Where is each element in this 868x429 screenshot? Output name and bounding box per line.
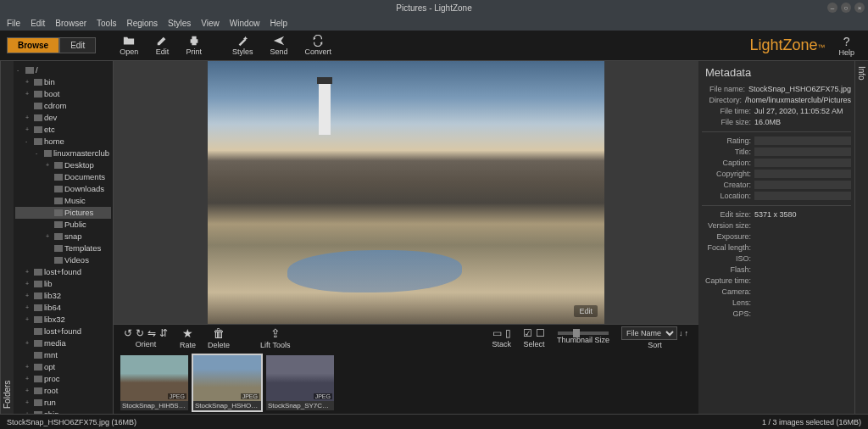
tree-item-Downloads[interactable]: Downloads xyxy=(15,183,111,195)
unstack-icon[interactable]: ▯ xyxy=(505,327,511,339)
tree-item-Music[interactable]: Music xyxy=(15,195,111,207)
tree-item-Pictures[interactable]: Pictures xyxy=(15,207,111,219)
expand-icon[interactable]: + xyxy=(25,373,32,385)
expand-icon[interactable]: + xyxy=(25,278,32,290)
close-button[interactable]: × xyxy=(854,3,865,13)
tree-item-lib[interactable]: +lib xyxy=(15,278,111,290)
menu-help[interactable]: Help xyxy=(270,19,287,28)
expand-icon[interactable]: + xyxy=(25,76,32,88)
tree-item-lib64[interactable]: +lib64 xyxy=(15,302,111,314)
flip-v-icon[interactable]: ⇵ xyxy=(159,327,168,339)
expand-icon[interactable]: + xyxy=(25,361,32,373)
title-input[interactable] xyxy=(754,148,851,156)
tree-item-linuxmasterclub[interactable]: -linuxmasterclub xyxy=(15,148,111,159)
minimize-button[interactable]: – xyxy=(827,3,837,13)
select-all-icon[interactable]: ☑ xyxy=(523,327,532,339)
tree-item-media[interactable]: +media xyxy=(15,337,111,349)
tree-item-lost-found[interactable]: +lost+found xyxy=(15,266,111,278)
tree-item-Documents[interactable]: Documents xyxy=(15,171,111,183)
tree-item-boot[interactable]: +boot xyxy=(15,88,111,100)
expand-icon[interactable]: + xyxy=(25,397,32,409)
select-none-icon[interactable]: ☐ xyxy=(536,327,545,339)
menu-styles[interactable]: Styles xyxy=(168,19,191,28)
menu-regions[interactable]: Regions xyxy=(126,19,158,28)
tree-item-home[interactable]: -home xyxy=(15,136,111,148)
rating-input[interactable] xyxy=(754,136,851,145)
stack-icon[interactable]: ▭ xyxy=(492,327,502,339)
trash-icon[interactable]: 🗑 xyxy=(213,326,225,340)
tree-item-dev[interactable]: +dev xyxy=(15,112,111,124)
tree-item-snap[interactable]: +snap xyxy=(15,231,111,242)
menu-window[interactable]: Window xyxy=(230,19,260,28)
thumbnail-0[interactable]: JPEGStockSnap_HIH5SPV3 xyxy=(120,355,188,410)
tree-item-lib32[interactable]: +lib32 xyxy=(15,290,111,302)
expand-icon[interactable]: + xyxy=(25,314,32,326)
tree-item-opt[interactable]: +opt xyxy=(15,361,111,373)
flip-h-icon[interactable]: ⇋ xyxy=(147,327,156,339)
edit-badge[interactable]: Edit xyxy=(574,305,598,317)
tree-item-cdrom[interactable]: cdrom xyxy=(15,100,111,112)
expand-icon[interactable]: - xyxy=(17,64,24,76)
menu-view[interactable]: View xyxy=(201,19,220,28)
creator-input[interactable] xyxy=(754,181,851,189)
sort-asc-icon[interactable]: ↓ xyxy=(679,329,683,337)
expand-icon[interactable]: + xyxy=(25,266,32,278)
tree-item-lost-found[interactable]: lost+found xyxy=(15,326,111,337)
sort-desc-icon[interactable]: ↑ xyxy=(685,329,689,337)
tree-item-root[interactable]: +root xyxy=(15,385,111,397)
image-viewer[interactable]: Edit xyxy=(114,61,698,324)
edit-button[interactable]: Edit xyxy=(148,33,175,58)
sort-select[interactable]: File Name xyxy=(621,326,677,340)
expand-icon[interactable]: + xyxy=(25,409,32,414)
tree-item-Desktop[interactable]: +Desktop xyxy=(15,159,111,171)
menu-edit[interactable]: Edit xyxy=(31,19,45,28)
tree-item-mnt[interactable]: mnt xyxy=(15,349,111,361)
expand-icon[interactable]: + xyxy=(25,88,32,100)
tree-item-Public[interactable]: Public xyxy=(15,219,111,231)
caption-input[interactable] xyxy=(754,159,851,167)
tree-item-Templates[interactable]: Templates xyxy=(15,242,111,254)
star-icon[interactable]: ★ xyxy=(182,326,193,340)
expand-icon[interactable]: + xyxy=(25,302,32,314)
rotate-right-icon[interactable]: ↻ xyxy=(136,327,144,339)
menu-tools[interactable]: Tools xyxy=(97,19,116,28)
tree-item-run[interactable]: +run xyxy=(15,397,111,409)
thumbnail-2[interactable]: JPEGStockSnap_SY7CHOL... xyxy=(266,355,334,410)
convert-button[interactable]: Convert xyxy=(298,33,338,58)
send-button[interactable]: Send xyxy=(263,33,294,58)
styles-button[interactable]: Styles xyxy=(225,33,260,58)
tree-item-sbin[interactable]: +sbin xyxy=(15,409,111,414)
thumbnail-size-slider[interactable] xyxy=(558,332,609,335)
location-input[interactable] xyxy=(754,192,851,200)
tree-item-libx32[interactable]: +libx32 xyxy=(15,314,111,326)
tree-item-bin[interactable]: +bin xyxy=(15,76,111,88)
print-button[interactable]: Print xyxy=(179,33,209,58)
expand-icon[interactable]: + xyxy=(25,112,32,124)
tree-item-proc[interactable]: +proc xyxy=(15,373,111,385)
maximize-button[interactable]: ○ xyxy=(841,3,851,13)
tree-item-Videos[interactable]: Videos xyxy=(15,254,111,266)
menu-browser[interactable]: Browser xyxy=(55,19,86,28)
mode-edit[interactable]: Edit xyxy=(59,37,96,53)
tree-item--[interactable]: -/ xyxy=(15,64,111,76)
expand-icon[interactable]: - xyxy=(36,148,42,159)
tree-item-etc[interactable]: +etc xyxy=(15,124,111,136)
info-tab[interactable]: Info xyxy=(854,61,868,414)
expand-icon[interactable]: - xyxy=(25,136,32,148)
rotate-left-icon[interactable]: ↺ xyxy=(124,327,132,339)
lift-icon[interactable]: ⇪ xyxy=(270,326,281,340)
menu-file[interactable]: File xyxy=(7,19,20,28)
open-button[interactable]: Open xyxy=(113,33,145,58)
thumbnail-1[interactable]: JPEGStockSnap_HSHO6ZF... xyxy=(193,355,261,410)
folders-tab[interactable]: Folders xyxy=(0,61,14,414)
expand-icon[interactable]: + xyxy=(46,231,53,242)
copyright-input[interactable] xyxy=(754,170,851,178)
expand-icon[interactable]: + xyxy=(25,337,32,349)
expand-icon[interactable]: + xyxy=(25,124,32,136)
expand-icon[interactable]: + xyxy=(25,385,32,397)
expand-icon[interactable]: + xyxy=(46,159,53,171)
expand-icon[interactable]: + xyxy=(25,290,32,302)
mode-browse[interactable]: Browse xyxy=(7,37,59,53)
folder-icon xyxy=(34,126,42,133)
help-button[interactable]: ?Help xyxy=(832,35,861,57)
